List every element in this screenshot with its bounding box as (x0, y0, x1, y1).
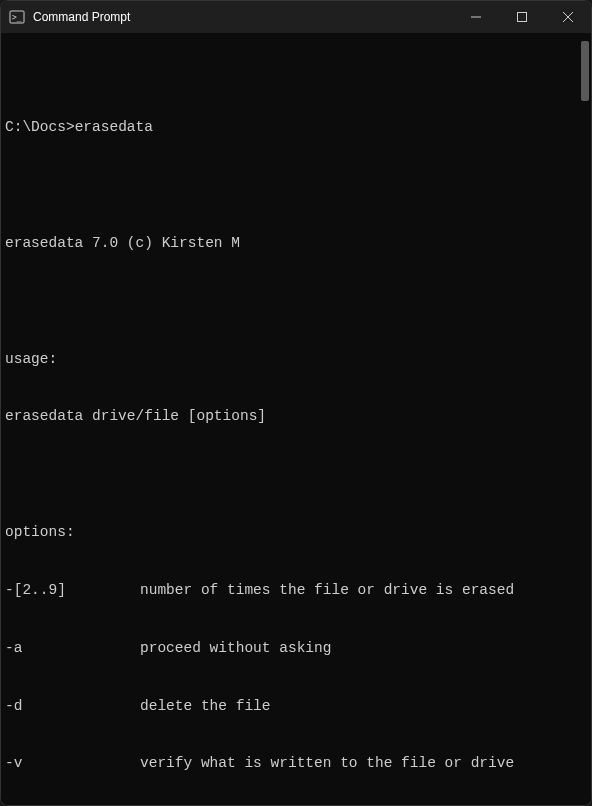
command-text: erasedata (75, 119, 153, 135)
command-prompt-window: >_ Command Prompt C:\Docs>erasedata eras… (0, 0, 592, 806)
option-flag: -v (5, 754, 140, 773)
window-controls (453, 1, 591, 33)
svg-rect-3 (518, 13, 527, 22)
usage-line: erasedata drive/file [options] (5, 407, 585, 426)
svg-text:>_: >_ (12, 13, 22, 22)
option-row: -aproceed without asking (5, 639, 585, 658)
usage-label: usage: (5, 350, 585, 369)
close-button[interactable] (545, 1, 591, 33)
option-desc: verify what is written to the file or dr… (140, 754, 585, 773)
terminal-line (5, 292, 585, 311)
minimize-button[interactable] (453, 1, 499, 33)
option-flag: -a (5, 639, 140, 658)
program-banner: erasedata 7.0 (c) Kirsten M (5, 234, 585, 253)
terminal-line (5, 465, 585, 484)
option-desc: proceed without asking (140, 639, 585, 658)
scrollbar-thumb[interactable] (581, 41, 589, 101)
prompt-text: C:\Docs> (5, 119, 75, 135)
terminal-output[interactable]: C:\Docs>erasedata erasedata 7.0 (c) Kirs… (1, 33, 591, 805)
option-desc: number of times the file or drive is era… (140, 581, 585, 600)
options-label: options: (5, 523, 585, 542)
window-title: Command Prompt (33, 10, 453, 24)
option-flag: -[2..9] (5, 581, 140, 600)
titlebar[interactable]: >_ Command Prompt (1, 1, 591, 33)
option-row: -[2..9]number of times the file or drive… (5, 581, 585, 600)
option-row: -ddelete the file (5, 697, 585, 716)
maximize-button[interactable] (499, 1, 545, 33)
terminal-line: C:\Docs>erasedata (5, 118, 585, 137)
option-row: -vverify what is written to the file or … (5, 754, 585, 773)
cmd-icon: >_ (9, 9, 25, 25)
option-desc: delete the file (140, 697, 585, 716)
terminal-line (5, 176, 585, 195)
option-flag: -d (5, 697, 140, 716)
